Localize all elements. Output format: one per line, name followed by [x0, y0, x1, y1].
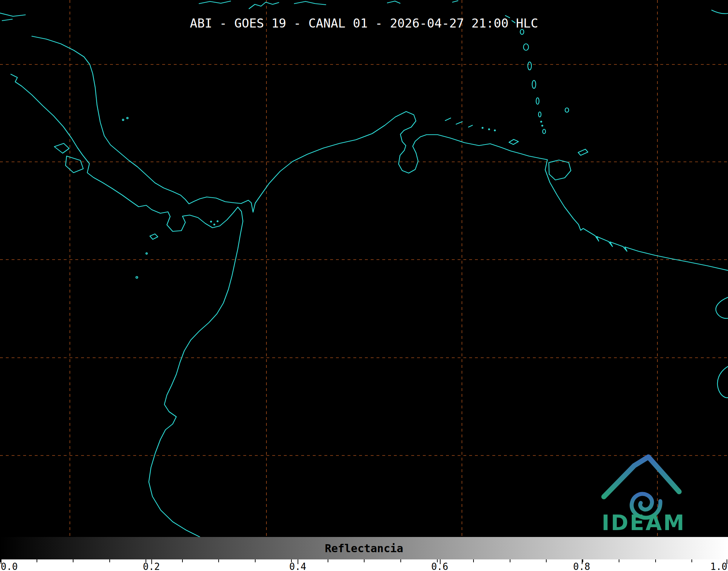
image-title: ABI - GOES 19 - CANAL 01 - 2026-04-27 21… — [190, 16, 538, 30]
island-martinique — [532, 80, 536, 88]
colorbar-tick-label: 0.4 — [289, 562, 306, 571]
graticule-lines — [0, 0, 728, 537]
islet-los-roques-3 — [495, 130, 496, 131]
island-corn-1 — [122, 119, 124, 121]
colorbar-tick-label: 1.0 — [710, 562, 727, 571]
ideam-logo: IDEAM — [602, 457, 686, 535]
island-corn-2 — [127, 117, 128, 119]
islet-los-roques-1 — [482, 127, 483, 129]
island-margarita — [509, 139, 518, 144]
map-canvas: IDEAM — [0, 0, 728, 537]
island-san-andres — [136, 277, 138, 278]
islet-pearl-2 — [214, 224, 215, 225]
islet-los-roques-2 — [489, 129, 490, 130]
island-st-vincent — [539, 112, 541, 117]
island-guadeloupe — [523, 44, 529, 50]
island-grenadines-1 — [541, 121, 542, 122]
coastline-pacific — [11, 74, 243, 537]
colorbar-axis: 0.0 0.2 0.4 0.6 0.8 1.0 — [0, 559, 728, 571]
coastline-right-fragments — [716, 297, 728, 398]
islands-abc — [445, 118, 472, 127]
island-barbados — [565, 108, 569, 112]
island-tobago — [578, 149, 588, 155]
colorbar-tick-label: 0.2 — [143, 562, 160, 571]
island-coiba — [150, 234, 158, 239]
graticule — [0, 0, 728, 537]
island-grenadines-2 — [542, 125, 543, 126]
coastlines — [0, 1, 728, 537]
colorbar-tick-label: 0.8 — [573, 562, 590, 571]
coastline-caribbean — [32, 36, 728, 270]
satellite-image-viewer: IDEAM ABI - GOES 19 - CANAL 01 - 2026-04… — [0, 0, 728, 571]
island-providencia — [146, 253, 147, 254]
island-grenada — [543, 129, 546, 134]
islet-pearl-3 — [217, 221, 218, 222]
island-dominica — [528, 62, 531, 70]
ideam-logo-mountain — [604, 457, 679, 497]
islet-pearl-1 — [211, 221, 212, 222]
map-area: IDEAM ABI - GOES 19 - CANAL 01 - 2026-04… — [0, 0, 728, 537]
island-trinidad — [549, 160, 571, 180]
island-st-lucia — [536, 98, 539, 104]
colorbar: Reflectancia — [0, 537, 728, 559]
colorbar-minor-ticks — [0, 559, 728, 562]
colorbar-tick-label: 0.6 — [431, 562, 448, 571]
coastline-lakes — [54, 143, 83, 173]
ideam-logo-text: IDEAM — [602, 511, 686, 535]
colorbar-label: Reflectancia — [0, 537, 728, 559]
colorbar-tick-label: 0.0 — [1, 562, 18, 571]
